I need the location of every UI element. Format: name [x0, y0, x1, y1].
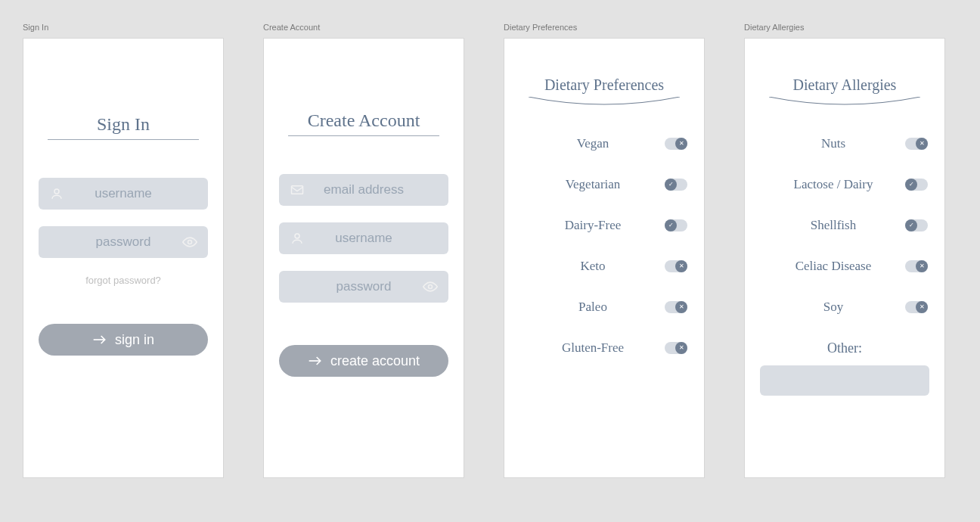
pref-label: Keto [521, 259, 665, 274]
allergy-label: Celiac Disease [761, 259, 905, 274]
arrow-right-icon [308, 356, 323, 366]
allergy-toggle[interactable]: ✕ [905, 260, 928, 272]
pref-toggle[interactable]: ✕ [665, 342, 687, 354]
pref-row: Dairy-Free✓ [521, 218, 687, 233]
allergy-row: Lactose / Dairy✓ [761, 177, 928, 192]
dietary-allergies-screen: Dietary Allergies Nuts✕Lactose / Dairy✓S… [744, 38, 945, 478]
username-placeholder: username [306, 231, 421, 246]
allerg-title: Dietary Allergies [793, 76, 897, 94]
password-placeholder: password [306, 279, 421, 294]
check-icon: ✓ [665, 179, 677, 191]
username-input[interactable]: username [279, 222, 448, 254]
allergy-row: Celiac Disease✕ [761, 259, 928, 274]
other-allergy-input[interactable] [760, 365, 929, 396]
x-icon: ✕ [675, 301, 687, 313]
pref-label: Dairy-Free [521, 218, 665, 233]
x-icon: ✕ [675, 342, 687, 354]
allergy-toggle[interactable]: ✕ [905, 138, 928, 150]
decorative-divider-icon [529, 97, 680, 106]
signin-screen: Sign In username password forgot passwor… [23, 38, 224, 478]
x-icon: ✕ [916, 301, 928, 313]
username-input[interactable]: username [39, 178, 208, 210]
pref-toggle[interactable]: ✓ [665, 219, 687, 231]
x-icon: ✕ [675, 260, 687, 272]
envelope-icon [288, 185, 306, 195]
pref-row: Paleo✕ [521, 300, 687, 315]
allergy-row: Nuts✕ [761, 136, 928, 151]
title-divider [288, 135, 439, 136]
sign-in-button[interactable]: sign in [39, 324, 208, 356]
user-icon [288, 231, 306, 245]
signin-title: Sign In [97, 114, 150, 135]
svg-point-5 [429, 285, 433, 289]
create-title: Create Account [308, 110, 420, 131]
pref-toggle[interactable]: ✕ [665, 138, 687, 150]
pref-row: Gluten-Free✕ [521, 340, 687, 356]
arrow-right-icon [92, 334, 107, 345]
pref-label: Paleo [521, 300, 665, 315]
pref-row: Keto✕ [521, 259, 687, 274]
pref-row: Vegetarian✓ [521, 177, 687, 192]
create-account-screen: Create Account email address username pa… [263, 38, 464, 478]
email-input[interactable]: email address [279, 174, 448, 206]
allergy-row: Shellfish✓ [761, 218, 928, 233]
other-label: Other: [827, 340, 862, 356]
pref-toggle[interactable]: ✕ [665, 301, 687, 313]
create-account-button-label: create account [330, 353, 420, 369]
email-placeholder: email address [306, 182, 421, 197]
decorative-divider-icon [769, 97, 920, 106]
eye-icon[interactable] [181, 237, 199, 247]
title-divider [48, 139, 199, 140]
eye-icon[interactable] [421, 281, 439, 292]
allergy-label: Soy [761, 300, 905, 315]
pref-label: Gluten-Free [521, 340, 665, 356]
pref-row: Vegan✕ [521, 136, 687, 151]
password-input[interactable]: password [279, 271, 448, 303]
allergy-toggle[interactable]: ✓ [905, 179, 928, 191]
allergy-toggle[interactable]: ✕ [905, 301, 928, 313]
password-input[interactable]: password [39, 226, 208, 258]
pref-label: Vegan [521, 136, 665, 151]
allergy-toggle[interactable]: ✓ [905, 219, 928, 231]
allergy-label: Nuts [761, 136, 905, 151]
svg-point-0 [54, 189, 59, 194]
svg-point-1 [188, 241, 192, 244]
check-icon: ✓ [665, 219, 677, 231]
allergy-label: Lactose / Dairy [761, 177, 905, 192]
screen-label-signin: Sign In [23, 23, 224, 32]
forgot-password-link[interactable]: forgot password? [85, 275, 161, 286]
allergy-label: Shellfish [761, 218, 905, 233]
pref-toggle[interactable]: ✓ [665, 179, 687, 191]
svg-point-4 [295, 234, 299, 238]
password-placeholder: password [66, 235, 181, 250]
user-icon [48, 187, 66, 200]
prefs-title: Dietary Preferences [544, 76, 664, 94]
x-icon: ✕ [675, 138, 687, 150]
screen-label-create: Create Account [263, 23, 464, 32]
pref-label: Vegetarian [521, 177, 665, 192]
screen-label-allerg: Dietary Allergies [744, 23, 945, 32]
screen-label-prefs: Dietary Preferences [504, 23, 705, 32]
allergy-row: Soy✕ [761, 300, 928, 315]
check-icon: ✓ [905, 219, 917, 231]
username-placeholder: username [66, 186, 181, 201]
create-account-button[interactable]: create account [279, 345, 448, 377]
dietary-preferences-screen: Dietary Preferences Vegan✕Vegetarian✓Dai… [504, 38, 705, 478]
sign-in-button-label: sign in [115, 332, 154, 348]
x-icon: ✕ [916, 260, 928, 272]
svg-rect-3 [292, 186, 303, 194]
x-icon: ✕ [916, 138, 928, 150]
check-icon: ✓ [905, 179, 917, 191]
pref-toggle[interactable]: ✕ [665, 260, 687, 272]
